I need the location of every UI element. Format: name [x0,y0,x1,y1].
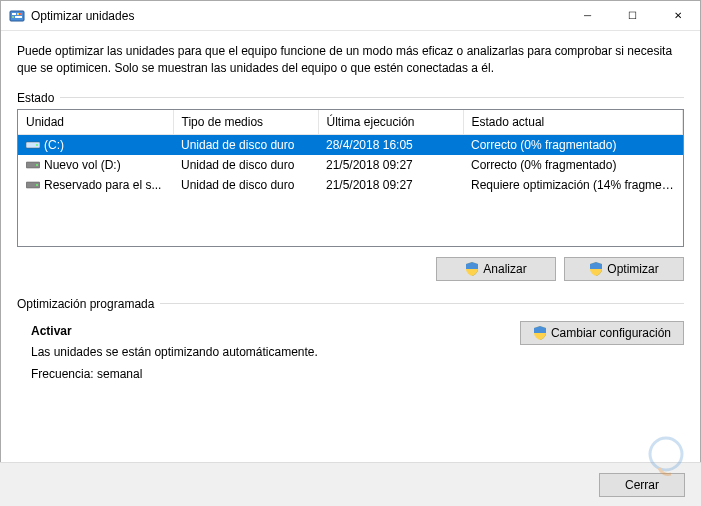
svg-rect-3 [20,13,22,15]
svg-point-7 [36,144,38,146]
shield-icon [465,262,479,276]
drive-icon [26,179,40,189]
drives-table[interactable]: Unidad Tipo de medios Última ejecución E… [18,110,683,195]
col-media[interactable]: Tipo de medios [173,110,318,135]
close-button[interactable]: ✕ [655,1,700,31]
table-row[interactable]: Reservado para el s...Unidad de disco du… [18,175,683,195]
description-text: Puede optimizar las unidades para que el… [17,43,684,77]
schedule-group-label: Optimización programada [17,297,684,311]
window-title: Optimizar unidades [31,9,565,23]
close-label: Cerrar [625,478,659,492]
schedule-line2: Frecuencia: semanal [31,364,318,386]
current-state: Correcto (0% fragmentado) [463,155,683,175]
drive-name: Nuevo vol (D:) [44,158,121,172]
content-area: Puede optimizar las unidades para que el… [1,31,700,385]
defrag-icon [9,8,25,24]
media-type: Unidad de disco duro [173,134,318,155]
status-group-label: Estado [17,91,684,105]
divider [60,97,684,98]
current-state: Requiere optimización (14% fragmentado) [463,175,683,195]
dialog-footer: Cerrar [0,462,701,506]
shield-icon [533,326,547,340]
change-label: Cambiar configuración [551,326,671,340]
analyze-label: Analizar [483,262,526,276]
svg-rect-5 [15,16,22,18]
close-dialog-button[interactable]: Cerrar [599,473,685,497]
drive-name: (C:) [44,138,64,152]
svg-rect-4 [12,16,14,18]
svg-point-11 [36,184,38,186]
svg-rect-1 [12,13,16,15]
schedule-info: Activar Las unidades se están optimizand… [31,321,318,386]
table-row[interactable]: (C:)Unidad de disco duro28/4/2018 16:05C… [18,134,683,155]
svg-rect-2 [17,13,19,15]
schedule-heading: Activar [31,321,318,343]
optimize-button[interactable]: Optimizar [564,257,684,281]
current-state: Correcto (0% fragmentado) [463,134,683,155]
optimize-label: Optimizar [607,262,658,276]
schedule-line1: Las unidades se están optimizando automá… [31,342,318,364]
shield-icon [589,262,603,276]
drives-table-container: Unidad Tipo de medios Última ejecución E… [17,109,684,247]
last-run: 28/4/2018 16:05 [318,134,463,155]
minimize-button[interactable]: ─ [565,1,610,31]
table-header-row: Unidad Tipo de medios Última ejecución E… [18,110,683,135]
drive-name: Reservado para el s... [44,178,161,192]
change-settings-button[interactable]: Cambiar configuración [520,321,684,345]
col-drive[interactable]: Unidad [18,110,173,135]
media-type: Unidad de disco duro [173,175,318,195]
table-row[interactable]: Nuevo vol (D:)Unidad de disco duro21/5/2… [18,155,683,175]
titlebar: Optimizar unidades ─ ☐ ✕ [1,1,700,31]
drive-icon [26,159,40,169]
drive-icon [26,139,40,149]
divider [160,303,684,304]
status-label: Estado [17,91,54,105]
maximize-button[interactable]: ☐ [610,1,655,31]
media-type: Unidad de disco duro [173,155,318,175]
schedule-section: Optimización programada Activar Las unid… [17,297,684,386]
col-state[interactable]: Estado actual [463,110,683,135]
analyze-button[interactable]: Analizar [436,257,556,281]
last-run: 21/5/2018 09:27 [318,175,463,195]
schedule-label: Optimización programada [17,297,154,311]
action-buttons-row: Analizar Optimizar [17,257,684,281]
svg-point-9 [36,164,38,166]
col-lastrun[interactable]: Última ejecución [318,110,463,135]
last-run: 21/5/2018 09:27 [318,155,463,175]
